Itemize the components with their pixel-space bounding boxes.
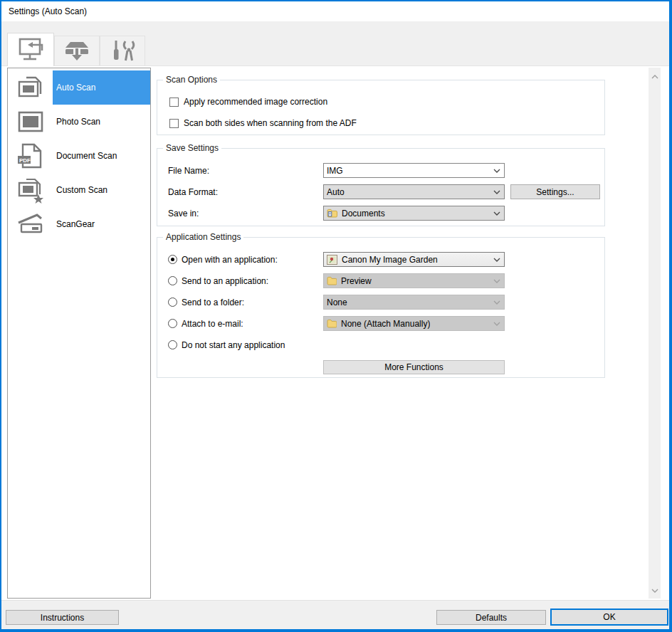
- sidebar-item-photo-scan[interactable]: Photo Scan: [8, 105, 150, 139]
- send-to-application-combobox: Preview: [323, 273, 505, 288]
- adf-duplex-checkbox[interactable]: [169, 119, 179, 128]
- app-icon: [327, 255, 337, 265]
- radio-label: Do not start any application: [182, 340, 285, 350]
- sidebar-item-label: ScanGear: [53, 207, 150, 241]
- photo-scan-icon: [8, 105, 53, 139]
- save-in-label: Save in:: [168, 209, 323, 218]
- sidebar-item-label: Auto Scan: [53, 70, 150, 105]
- main-area: Auto Scan Photo Scan PDF: [1, 66, 669, 600]
- ok-button[interactable]: OK: [550, 609, 668, 626]
- tab-general-settings[interactable]: [100, 36, 145, 66]
- radio-label: Send to an application:: [182, 276, 268, 286]
- sidebar-item-label: Custom Scan: [53, 173, 150, 207]
- group-title: Save Settings: [163, 143, 221, 153]
- instructions-button[interactable]: Instructions: [6, 610, 119, 625]
- folder-icon: [327, 276, 337, 285]
- panel-scan-icon: [61, 37, 93, 66]
- combobox-value: Preview: [341, 276, 372, 286]
- chevron-down-icon: [493, 300, 500, 305]
- auto-scan-icon: [8, 70, 53, 105]
- open-with-application-row: Open with an application: Canon: [157, 252, 604, 267]
- tab-scanning-from-computer[interactable]: [7, 33, 54, 66]
- scroll-up-icon[interactable]: [651, 71, 658, 81]
- image-correction-option: Apply recommended image correction: [169, 97, 604, 107]
- vertical-scrollbar[interactable]: [649, 68, 661, 599]
- custom-scan-icon: [8, 173, 53, 207]
- send-to-folder-row: Send to a folder: None: [157, 295, 604, 310]
- attach-to-email-radio[interactable]: [168, 319, 177, 328]
- tab-strip: [1, 21, 669, 66]
- data-format-row: Data Format: Auto Settings...: [157, 184, 604, 199]
- attach-to-email-row: Attach to e-mail: None (Attach Manually): [157, 316, 604, 331]
- radio-label: Attach to e-mail:: [182, 319, 243, 329]
- save-in-row: Save in: Documents: [157, 206, 604, 221]
- document-scan-icon: PDF: [8, 139, 53, 173]
- svg-text:PDF: PDF: [19, 157, 31, 164]
- computer-scan-icon: [15, 36, 46, 65]
- more-functions-row: More Functions: [157, 359, 604, 374]
- sidebar-item-custom-scan[interactable]: Custom Scan: [8, 173, 150, 207]
- defaults-button[interactable]: Defaults: [436, 610, 546, 625]
- chevron-down-icon[interactable]: [493, 211, 500, 216]
- combobox-value: Canon My Image Garden: [342, 255, 438, 265]
- footer-bar: Instructions Defaults OK: [1, 600, 669, 629]
- sidebar-item-label: Document Scan: [53, 139, 150, 173]
- do-not-start-row: Do not start any application: [157, 337, 604, 352]
- chevron-down-icon: [493, 322, 500, 326]
- combobox-value: Documents: [342, 209, 385, 218]
- sidebar-item-label: Photo Scan: [53, 105, 150, 139]
- file-name-row: File Name: IMG: [157, 163, 604, 178]
- radio-label: Send to a folder:: [182, 297, 244, 307]
- combobox-value: Auto: [327, 187, 345, 197]
- save-settings-group: Save Settings File Name: IMG Data Format…: [157, 148, 605, 226]
- combobox-value: None: [327, 297, 347, 307]
- data-format-settings-button[interactable]: Settings...: [510, 184, 600, 199]
- data-format-combobox[interactable]: Auto: [323, 184, 505, 199]
- send-to-folder-radio[interactable]: [168, 297, 177, 307]
- file-name-label: File Name:: [168, 166, 323, 176]
- do-not-start-radio[interactable]: [168, 340, 177, 349]
- adf-duplex-option: Scan both sides when scanning from the A…: [169, 118, 604, 128]
- attach-to-email-combobox: None (Attach Manually): [323, 316, 505, 331]
- settings-pane: Scan Options Apply recommended image cor…: [151, 66, 649, 600]
- chevron-down-icon[interactable]: [493, 258, 500, 262]
- application-settings-group: Application Settings Open with an applic…: [157, 237, 605, 378]
- group-title: Application Settings: [163, 232, 243, 242]
- sidebar-item-document-scan[interactable]: PDF Document Scan: [8, 139, 150, 173]
- more-functions-button[interactable]: More Functions: [323, 360, 505, 374]
- chevron-down-icon: [493, 279, 500, 283]
- chevron-down-icon[interactable]: [493, 190, 500, 194]
- group-title: Scan Options: [163, 75, 220, 85]
- chevron-down-icon[interactable]: [493, 169, 500, 173]
- settings-dialog: Settings (Auto Scan): [0, 0, 672, 632]
- send-to-application-radio[interactable]: [168, 276, 177, 285]
- scan-mode-list: Auto Scan Photo Scan PDF: [7, 68, 151, 599]
- tools-icon: [107, 37, 138, 66]
- scroll-down-icon[interactable]: [651, 585, 658, 595]
- tab-scanning-from-operation-panel[interactable]: [54, 36, 100, 66]
- checkbox-label: Apply recommended image correction: [184, 97, 327, 107]
- sidebar-item-auto-scan[interactable]: Auto Scan: [8, 70, 150, 105]
- scangear-icon: [8, 207, 53, 241]
- radio-label: Open with an application:: [182, 255, 278, 265]
- send-to-application-row: Send to an application: Preview: [157, 273, 604, 288]
- data-format-label: Data Format:: [168, 187, 323, 197]
- title-bar[interactable]: Settings (Auto Scan): [1, 1, 669, 21]
- window-title: Settings (Auto Scan): [9, 6, 87, 16]
- documents-folder-icon: [327, 209, 337, 218]
- combobox-value: None (Attach Manually): [341, 319, 430, 329]
- image-correction-checkbox[interactable]: [169, 98, 179, 107]
- file-name-combobox[interactable]: IMG: [323, 163, 505, 178]
- send-to-folder-combobox: None: [323, 295, 505, 310]
- scan-options-group: Scan Options Apply recommended image cor…: [157, 80, 605, 135]
- open-with-application-combobox[interactable]: Canon My Image Garden: [323, 252, 505, 267]
- combobox-value: IMG: [327, 166, 343, 176]
- checkbox-label: Scan both sides when scanning from the A…: [184, 118, 357, 128]
- folder-icon: [327, 319, 337, 328]
- save-in-combobox[interactable]: Documents: [323, 206, 505, 221]
- open-with-application-radio[interactable]: [168, 255, 177, 264]
- sidebar-item-scangear[interactable]: ScanGear: [8, 207, 150, 241]
- right-gutter: [661, 66, 669, 600]
